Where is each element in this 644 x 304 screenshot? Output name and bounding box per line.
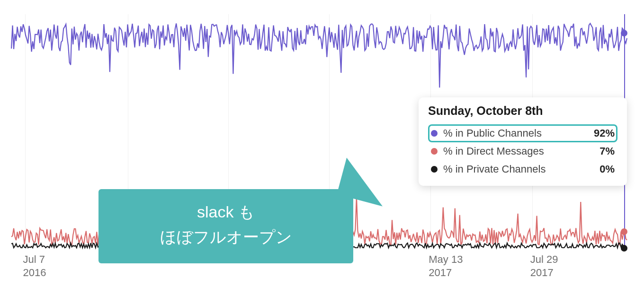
tooltip-row: % in Direct Messages7% (428, 142, 617, 160)
tooltip-series-value: 7% (588, 145, 615, 157)
tooltip-series-label: % in Public Channels (443, 127, 582, 139)
tooltip-row: % in Private Channels0% (428, 160, 617, 178)
tooltip-row: % in Public Channels92% (428, 124, 617, 142)
legend-swatch (431, 148, 438, 155)
tooltip-series-label: % in Direct Messages (443, 145, 582, 157)
tooltip-title: Sunday, October 8th (428, 104, 617, 118)
legend-swatch (431, 130, 438, 137)
x-axis-tick-label: Jul 29 2017 (530, 253, 558, 279)
tooltip-series-label: % in Private Channels (443, 163, 582, 175)
tooltip-series-value: 0% (588, 163, 615, 175)
hover-dot (621, 228, 627, 235)
callout-line-1: slack も (115, 200, 337, 225)
x-axis-tick-label: Jul 7 2016 (23, 253, 46, 279)
annotation-callout: slack も ほぼフルオープン (98, 189, 353, 263)
hover-dot (621, 30, 627, 36)
legend-swatch (431, 166, 438, 173)
tooltip-series-value: 92% (588, 127, 615, 139)
callout-line-2: ほぼフルオープン (115, 225, 337, 250)
x-axis-tick-label: May 13 2017 (429, 253, 463, 279)
series-line-0 (11, 24, 627, 88)
hover-dot (621, 245, 627, 252)
hover-tooltip: Sunday, October 8th % in Public Channels… (419, 97, 627, 186)
